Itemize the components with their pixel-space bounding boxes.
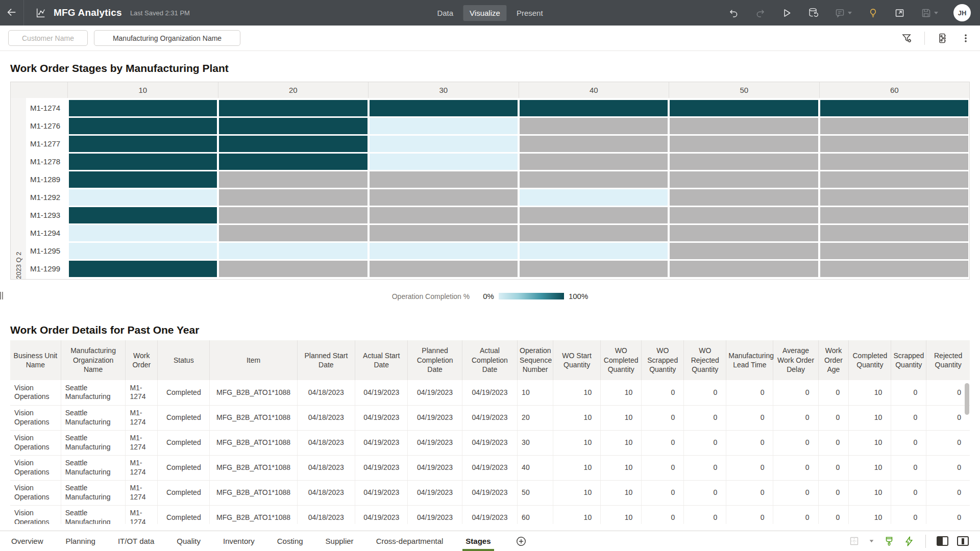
heatmap-cell[interactable] bbox=[69, 154, 217, 170]
table-cell[interactable]: M1-1274 bbox=[126, 380, 158, 405]
back-button[interactable] bbox=[0, 0, 23, 26]
table-column-header[interactable]: Scrapped Quantity bbox=[891, 340, 926, 380]
canvas-tab-planning[interactable]: Planning bbox=[66, 531, 95, 551]
table-cell[interactable]: Vision Operations bbox=[10, 380, 61, 405]
table-cell[interactable]: 04/19/2023 bbox=[355, 430, 408, 455]
table-cell[interactable]: 0 bbox=[773, 405, 818, 430]
table-cell[interactable]: MFG_B2B_ATO1*1088 bbox=[210, 480, 297, 505]
table-cell[interactable]: 04/18/2023 bbox=[297, 405, 355, 430]
table-column-header[interactable]: Completed Quantity bbox=[849, 340, 891, 380]
style-brush-icon[interactable] bbox=[884, 536, 895, 547]
heatmap-cell[interactable] bbox=[520, 261, 668, 277]
table-cell[interactable]: 0 bbox=[818, 455, 849, 480]
heatmap-cell[interactable] bbox=[520, 118, 668, 134]
table-cell[interactable]: 10 bbox=[849, 380, 891, 405]
heatmap-cell[interactable] bbox=[520, 154, 668, 170]
table-cell[interactable]: 04/19/2023 bbox=[462, 405, 517, 430]
heatmap-cell[interactable] bbox=[820, 100, 968, 116]
table-cell[interactable]: 04/18/2023 bbox=[297, 505, 355, 524]
table-cell[interactable]: 0 bbox=[726, 480, 773, 505]
table-cell[interactable]: Completed bbox=[158, 455, 210, 480]
heatmap-cell[interactable] bbox=[820, 207, 968, 223]
canvas-layout-icon[interactable] bbox=[849, 536, 860, 546]
table-cell[interactable]: 04/19/2023 bbox=[462, 455, 517, 480]
canvas-tab-inventory[interactable]: Inventory bbox=[223, 531, 255, 551]
table-cell[interactable]: 10 bbox=[553, 380, 601, 405]
heatmap-cell[interactable] bbox=[370, 100, 518, 116]
refresh-data-icon[interactable] bbox=[807, 7, 819, 18]
table-cell[interactable]: Vision Operations bbox=[10, 505, 61, 524]
table-cell[interactable]: 0 bbox=[818, 480, 849, 505]
table-column-header[interactable]: WO Completed Quantity bbox=[601, 340, 642, 380]
table-cell[interactable]: 0 bbox=[726, 380, 773, 405]
heatmap-cell[interactable] bbox=[670, 118, 818, 134]
heatmap-cell[interactable] bbox=[520, 136, 668, 152]
table-cell[interactable]: Seattle Manufacturing bbox=[61, 380, 126, 405]
heatmap-cell[interactable] bbox=[219, 189, 367, 206]
table-cell[interactable]: 0 bbox=[642, 455, 684, 480]
table-cell[interactable]: 0 bbox=[891, 405, 926, 430]
heatmap-cell[interactable] bbox=[370, 261, 518, 277]
heatmap-cell[interactable] bbox=[820, 261, 968, 277]
table-cell[interactable]: MFG_B2B_ATO1*1088 bbox=[210, 380, 297, 405]
table-cell[interactable]: 0 bbox=[726, 455, 773, 480]
table-cell[interactable]: 0 bbox=[818, 430, 849, 455]
table-cell[interactable]: 0 bbox=[891, 480, 926, 505]
table-cell[interactable]: 0 bbox=[926, 405, 970, 430]
table-cell[interactable]: 0 bbox=[684, 430, 726, 455]
heatmap-cell[interactable] bbox=[820, 171, 968, 188]
table-cell[interactable]: 04/18/2023 bbox=[297, 480, 355, 505]
table-cell[interactable]: 0 bbox=[773, 430, 818, 455]
canvas-tab-it-ot-data[interactable]: IT/OT data bbox=[118, 531, 154, 551]
heatmap-cell[interactable] bbox=[370, 154, 518, 170]
table-cell[interactable]: 0 bbox=[818, 405, 849, 430]
add-canvas-icon[interactable] bbox=[516, 536, 527, 547]
canvas-tab-stages[interactable]: Stages bbox=[465, 531, 491, 551]
heatmap-cell[interactable] bbox=[69, 118, 217, 134]
table-column-header[interactable]: Operation Sequence Number bbox=[518, 340, 553, 380]
table-scrollbar[interactable] bbox=[965, 383, 969, 522]
more-options-icon[interactable] bbox=[960, 32, 972, 44]
table-cell[interactable]: Seattle Manufacturing bbox=[61, 455, 126, 480]
table-column-header[interactable]: Planned Completion Date bbox=[408, 340, 462, 380]
table-cell[interactable]: 10 bbox=[601, 405, 642, 430]
table-cell[interactable]: Vision Operations bbox=[10, 430, 61, 455]
table-cell[interactable]: 10 bbox=[518, 380, 553, 405]
table-cell[interactable]: Completed bbox=[158, 480, 210, 505]
table-column-header[interactable]: Rejected Quantity bbox=[926, 340, 970, 380]
heatmap-cell[interactable] bbox=[820, 118, 968, 134]
table-cell[interactable]: 0 bbox=[773, 505, 818, 524]
heatmap-cell[interactable] bbox=[219, 100, 367, 116]
heatmap-cell[interactable] bbox=[69, 100, 217, 116]
table-cell[interactable]: 0 bbox=[926, 380, 970, 405]
heatmap-cell[interactable] bbox=[670, 136, 818, 152]
table-cell[interactable]: 04/19/2023 bbox=[408, 505, 462, 524]
table-cell[interactable]: 0 bbox=[926, 455, 970, 480]
table-cell[interactable]: 04/19/2023 bbox=[462, 505, 517, 524]
table-cell[interactable]: M1-1274 bbox=[126, 455, 158, 480]
insights-bulb-icon[interactable] bbox=[867, 7, 878, 18]
table-cell[interactable]: 0 bbox=[818, 505, 849, 524]
heatmap-cell[interactable] bbox=[370, 225, 518, 241]
table-column-header[interactable]: Manufacturing Organization Name bbox=[61, 340, 126, 380]
table-column-header[interactable]: WO Scrapped Quantity bbox=[642, 340, 684, 380]
table-cell[interactable]: 10 bbox=[849, 480, 891, 505]
table-cell[interactable]: 0 bbox=[726, 430, 773, 455]
table-cell[interactable]: 60 bbox=[518, 505, 553, 524]
table-cell[interactable]: 10 bbox=[553, 455, 601, 480]
table-cell[interactable]: 04/18/2023 bbox=[297, 455, 355, 480]
table-cell[interactable]: M1-1274 bbox=[126, 480, 158, 505]
heatmap-cell[interactable] bbox=[520, 225, 668, 241]
heatmap-cell[interactable] bbox=[820, 243, 968, 259]
heatmap-cell[interactable] bbox=[69, 261, 217, 277]
table-cell[interactable]: 0 bbox=[726, 405, 773, 430]
heatmap-cell[interactable] bbox=[219, 243, 367, 259]
table-cell[interactable]: 0 bbox=[642, 380, 684, 405]
table-cell[interactable]: 10 bbox=[553, 405, 601, 430]
table-cell[interactable]: 04/19/2023 bbox=[408, 380, 462, 405]
heatmap-cell[interactable] bbox=[520, 100, 668, 116]
table-cell[interactable]: 04/19/2023 bbox=[408, 455, 462, 480]
table-cell[interactable]: 04/19/2023 bbox=[462, 430, 517, 455]
table-cell[interactable]: 0 bbox=[891, 380, 926, 405]
table-cell[interactable]: 04/19/2023 bbox=[355, 380, 408, 405]
